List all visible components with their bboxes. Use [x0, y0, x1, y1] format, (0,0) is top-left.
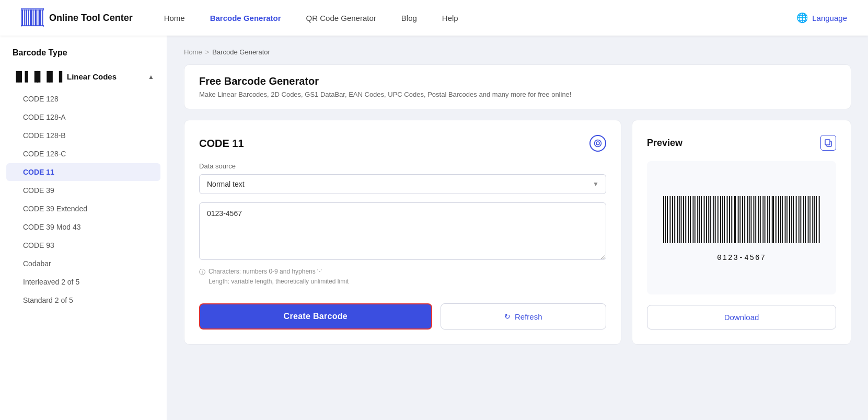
svg-rect-6 [35, 9, 37, 26]
svg-rect-34 [696, 196, 696, 243]
svg-rect-98 [811, 196, 811, 243]
sidebar-item-codabar[interactable]: Codabar [6, 255, 160, 273]
svg-rect-54 [731, 196, 732, 243]
svg-rect-10 [21, 8, 44, 10]
sidebar-item-code128b[interactable]: CODE 128-B [6, 127, 160, 144]
svg-rect-94 [803, 196, 804, 243]
svg-rect-29 [687, 196, 687, 243]
svg-rect-39 [704, 196, 705, 243]
sidebar-item-code128c[interactable]: CODE 128-C [6, 145, 160, 163]
sidebar-item-standard25[interactable]: Standard 2 of 5 [6, 291, 160, 309]
svg-rect-75 [769, 196, 770, 243]
sidebar-group-linear-codes[interactable]: ▐▌▌▐▌▐▌▐ Linear Codes ▲ [6, 66, 160, 87]
nav-qr-code-generator[interactable]: QR Code Generator [306, 14, 376, 22]
svg-rect-49 [722, 196, 723, 243]
sidebar-item-code128a[interactable]: CODE 128-A [6, 108, 160, 126]
main-nav: Home Barcode Generator QR Code Generator… [164, 14, 797, 22]
svg-rect-26 [681, 196, 682, 243]
svg-rect-27 [683, 196, 684, 243]
svg-rect-2 [26, 9, 27, 26]
layout: Barcode Type ▐▌▌▐▌▐▌▐ Linear Codes ▲ COD… [0, 36, 868, 420]
sidebar-item-code93[interactable]: CODE 93 [6, 236, 160, 254]
logo[interactable]: Online Tool Center [21, 8, 133, 27]
svg-rect-59 [740, 196, 741, 243]
sidebar: Barcode Type ▐▌▌▐▌▐▌▐ Linear Codes ▲ COD… [0, 36, 167, 420]
svg-rect-56 [734, 196, 736, 243]
language-selector[interactable]: 🌐 Language [796, 12, 847, 24]
sidebar-item-code39mod43[interactable]: CODE 39 Mod 43 [6, 218, 160, 236]
svg-rect-15 [825, 140, 830, 145]
create-barcode-button[interactable]: Create Barcode [199, 303, 432, 330]
svg-rect-64 [749, 196, 750, 243]
svg-rect-80 [778, 196, 779, 243]
svg-rect-53 [729, 196, 730, 243]
svg-rect-47 [719, 196, 719, 243]
download-button[interactable]: Download [647, 305, 836, 330]
svg-rect-87 [791, 196, 792, 243]
sidebar-item-code39[interactable]: CODE 39 [6, 181, 160, 199]
globe-icon: 🌐 [796, 12, 808, 24]
data-source-label: Data source [199, 162, 606, 170]
svg-rect-24 [677, 196, 678, 243]
preview-header: Preview [647, 135, 836, 151]
svg-rect-52 [727, 196, 728, 243]
svg-rect-37 [701, 196, 702, 243]
svg-rect-63 [747, 196, 748, 243]
svg-rect-70 [760, 196, 761, 243]
nav-help[interactable]: Help [442, 14, 458, 22]
svg-rect-16 [663, 196, 664, 243]
sidebar-section: ▐▌▌▐▌▐▌▐ Linear Codes ▲ CODE 128 CODE 12… [0, 66, 167, 314]
svg-rect-4 [30, 9, 32, 26]
svg-rect-101 [816, 196, 817, 243]
svg-rect-69 [758, 196, 759, 243]
page-subtitle: Make Linear Barcodes, 2D Codes, GS1 Data… [199, 90, 836, 98]
preview-barcode-area: 0123-4567 [647, 161, 836, 294]
sidebar-item-interleaved25[interactable]: Interleaved 2 of 5 [6, 273, 160, 291]
sidebar-item-code11[interactable]: CODE 11 [6, 163, 160, 181]
nav-barcode-generator[interactable]: Barcode Generator [210, 14, 281, 22]
copy-svg [825, 139, 832, 147]
sidebar-title: Barcode Type [0, 48, 167, 66]
svg-rect-35 [697, 196, 698, 243]
breadcrumb-current: Barcode Generator [212, 48, 270, 56]
svg-rect-31 [690, 196, 691, 243]
svg-rect-93 [802, 196, 802, 243]
nav-home[interactable]: Home [164, 14, 185, 22]
logo-title: Online Tool Center [49, 13, 133, 24]
sidebar-item-code128[interactable]: CODE 128 [6, 90, 160, 108]
select-wrapper: Normal text ▼ [199, 174, 606, 194]
gear-icon [594, 139, 602, 147]
breadcrumb-home[interactable]: Home [184, 48, 202, 56]
svg-rect-71 [762, 196, 762, 243]
refresh-label: Refresh [515, 312, 542, 321]
svg-rect-83 [784, 196, 784, 243]
hint-content: Characters: numbers 0-9 and hyphens '-' … [209, 267, 349, 287]
barcode-svg [663, 196, 820, 248]
refresh-button[interactable]: ↻ Refresh [441, 303, 606, 330]
svg-rect-44 [713, 196, 714, 243]
svg-rect-72 [763, 196, 765, 243]
barcode-input[interactable]: 0123-4567 [199, 202, 606, 260]
svg-rect-88 [793, 196, 794, 243]
svg-rect-20 [670, 196, 671, 243]
data-source-select[interactable]: Normal text [199, 174, 606, 194]
svg-rect-17 [665, 196, 666, 243]
svg-rect-3 [28, 9, 29, 26]
svg-rect-103 [819, 196, 820, 243]
svg-rect-96 [807, 196, 807, 243]
copy-icon[interactable] [820, 135, 836, 151]
svg-rect-73 [766, 196, 766, 243]
svg-rect-102 [818, 196, 818, 243]
sidebar-group-text: Linear Codes [67, 72, 117, 81]
sidebar-item-code39extended[interactable]: CODE 39 Extended [6, 200, 160, 218]
button-row: Create Barcode ↻ Refresh [199, 303, 606, 330]
hint-area: ⓘ Characters: numbers 0-9 and hyphens '-… [199, 267, 606, 287]
svg-rect-46 [717, 196, 717, 243]
preview-title: Preview [647, 138, 682, 149]
main-content: Home > Barcode Generator Free Barcode Ge… [167, 36, 868, 420]
nav-blog[interactable]: Blog [401, 14, 417, 22]
settings-icon[interactable] [589, 135, 606, 152]
barcode-value-label: 0123-4567 [717, 254, 766, 262]
svg-rect-28 [685, 196, 686, 243]
generator-header: CODE 11 [199, 135, 606, 152]
